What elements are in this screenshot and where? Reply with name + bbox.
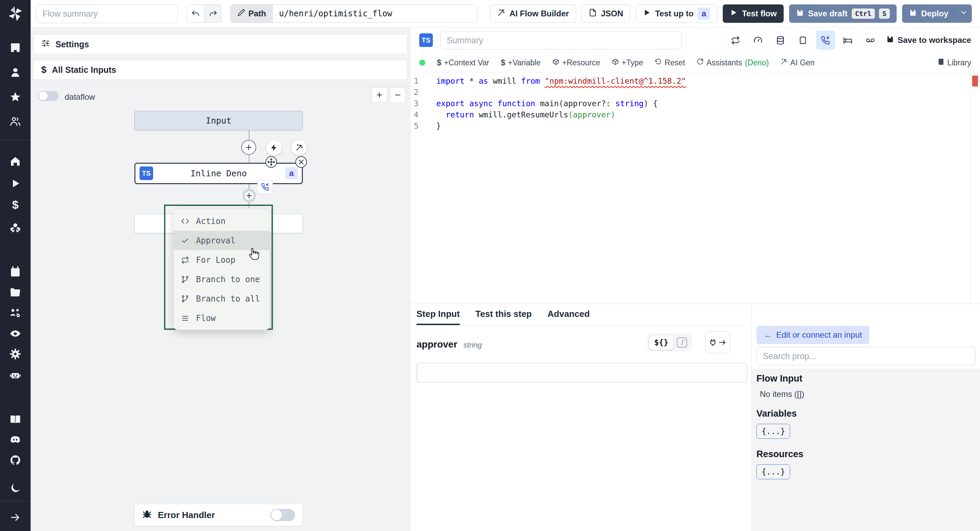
ai-flow-builder-label: AI Flow Builder: [509, 9, 569, 18]
save-draft-button[interactable]: Save draft Ctrl S: [789, 5, 897, 23]
package-icon: [552, 58, 559, 67]
zoom-in-button[interactable]: +: [372, 87, 387, 103]
tab-step-input[interactable]: Step Input: [417, 304, 460, 325]
flow-summary-input[interactable]: [36, 4, 178, 23]
dataflow-toggle[interactable]: [38, 91, 59, 101]
expr-mode-button[interactable]: ${}: [649, 335, 673, 350]
typescript-badge: TS: [140, 166, 153, 180]
menu-item-flow[interactable]: Flow: [173, 308, 269, 328]
flow-settings-row[interactable]: Settings: [33, 34, 407, 54]
chevron-down-icon[interactable]: [959, 8, 968, 19]
test-flow-label: Test flow: [742, 9, 776, 18]
menu-item-branch-to-all[interactable]: Branch to all: [173, 289, 269, 308]
user-icon[interactable]: [10, 67, 21, 78]
connect-input-plug-button[interactable]: [705, 332, 730, 353]
prop-value-input[interactable]: [417, 363, 747, 383]
test-flow-button[interactable]: Test flow: [723, 5, 783, 23]
step-summary-input[interactable]: [440, 31, 682, 49]
path-value-input[interactable]: u/henri/optimistic_flow: [273, 5, 477, 22]
mock-square-icon[interactable]: [794, 30, 813, 50]
inline-deno-step-node[interactable]: TS Inline Deno a: [134, 163, 303, 184]
ai-flow-builder-button[interactable]: AI Flow Builder: [490, 5, 576, 23]
error-handler-row[interactable]: Error Handler: [134, 504, 303, 526]
trigger-bolt-button[interactable]: [266, 140, 282, 156]
assistants-button[interactable]: Assistants(Deno): [697, 58, 769, 67]
move-step-handle[interactable]: [266, 156, 277, 168]
undo-button[interactable]: [187, 5, 204, 22]
code-editor[interactable]: 1import * as wmill from "npm:windmill-cl…: [410, 72, 980, 304]
add-variable-button[interactable]: $+Variable: [501, 58, 541, 67]
robot-icon[interactable]: [10, 370, 21, 381]
add-resource-button[interactable]: +Resource: [552, 58, 600, 67]
fn-mode-button[interactable]: f: [677, 337, 687, 348]
dollar-icon: $: [501, 58, 505, 67]
ai-wand-button[interactable]: [291, 140, 307, 156]
add-context-var-button[interactable]: $+Context Var: [437, 58, 489, 67]
add-type-button[interactable]: +Type: [612, 58, 643, 67]
ai-gen-button[interactable]: AI Gen: [780, 58, 815, 67]
workspace-building-icon[interactable]: [10, 42, 21, 53]
branch-icon: [181, 295, 189, 303]
code-line[interactable]: 3export async function main(approver?: s…: [410, 98, 980, 109]
eye-icon[interactable]: [10, 328, 21, 340]
schedules-calendar-icon[interactable]: [10, 266, 21, 277]
library-button[interactable]: Library: [937, 58, 971, 67]
flow-input-node[interactable]: Input: [134, 111, 303, 130]
runs-play-icon[interactable]: [10, 178, 21, 189]
menu-item-action[interactable]: Action: [173, 211, 269, 231]
dark-mode-moon-icon[interactable]: [10, 482, 21, 494]
voicemail-icon[interactable]: [861, 30, 880, 50]
menu-item-branch-to-one[interactable]: Branch to one: [173, 269, 269, 289]
code-line[interactable]: 2: [410, 87, 980, 98]
docs-book-icon[interactable]: [10, 413, 21, 425]
tab-advanced[interactable]: Advanced: [547, 304, 590, 325]
code-line[interactable]: 1import * as wmill from "npm:windmill-cl…: [410, 76, 980, 87]
delete-step-button[interactable]: [295, 156, 307, 168]
reset-button[interactable]: Reset: [655, 58, 685, 67]
code-line[interactable]: 4 return wmill.getResumeUrls(approver): [410, 109, 980, 121]
expand-arrow-right-icon[interactable]: [10, 512, 21, 523]
redo-button[interactable]: [204, 5, 221, 22]
folders-icon[interactable]: [10, 286, 21, 298]
star-icon[interactable]: [10, 91, 21, 103]
phone-incoming-suspend-badge[interactable]: [257, 180, 273, 194]
users-gear-icon[interactable]: [10, 307, 21, 319]
cache-database-icon[interactable]: [771, 30, 790, 50]
discord-icon[interactable]: [10, 434, 21, 446]
suspend-phone-incoming-icon[interactable]: [816, 30, 835, 50]
home-icon[interactable]: [10, 156, 21, 167]
github-icon[interactable]: [10, 454, 21, 466]
wand-icon: [497, 8, 505, 19]
tab-test-this-step[interactable]: Test this step: [476, 304, 532, 325]
resources-object-chip[interactable]: {...}: [756, 464, 790, 479]
settings-gear-icon[interactable]: [10, 348, 21, 360]
save-to-workspace-button[interactable]: Save to workspace: [886, 35, 971, 45]
variables-object-chip[interactable]: {...}: [756, 424, 790, 439]
edit-or-connect-button[interactable]: ← Edit or connect an input: [756, 326, 869, 344]
test-up-to-button[interactable]: Test up to a: [636, 5, 717, 23]
sleep-bed-icon[interactable]: [838, 30, 858, 50]
code-line[interactable]: 5}: [410, 121, 980, 132]
bug-icon: [142, 510, 152, 520]
arrow-right-icon: [718, 338, 727, 347]
retries-repeat-icon[interactable]: [726, 30, 745, 50]
groups-icon[interactable]: [10, 116, 21, 127]
search-prop-input[interactable]: [756, 347, 975, 365]
early-stop-gauge-icon[interactable]: [749, 30, 768, 50]
all-static-inputs-row[interactable]: $ All Static Inputs: [33, 60, 407, 80]
windmill-logo-icon[interactable]: [6, 5, 24, 22]
error-overview-marker: [972, 76, 978, 86]
line-number: 2: [410, 87, 425, 98]
json-button[interactable]: JSON: [582, 5, 630, 23]
sidebar-divider: [0, 501, 30, 501]
resources-cubes-icon[interactable]: [10, 222, 21, 233]
path-edit-button[interactable]: Path: [231, 5, 273, 22]
prop-type: string: [463, 341, 482, 349]
error-handler-toggle[interactable]: [270, 509, 295, 521]
variables-title: Variables: [756, 408, 980, 419]
insert-step-plus-button[interactable]: [241, 140, 256, 155]
zoom-out-button[interactable]: −: [390, 87, 406, 103]
selected-insert-plus-button[interactable]: [242, 189, 256, 203]
variables-dollar-icon[interactable]: $: [10, 199, 21, 210]
deploy-button[interactable]: Deploy: [902, 5, 972, 23]
